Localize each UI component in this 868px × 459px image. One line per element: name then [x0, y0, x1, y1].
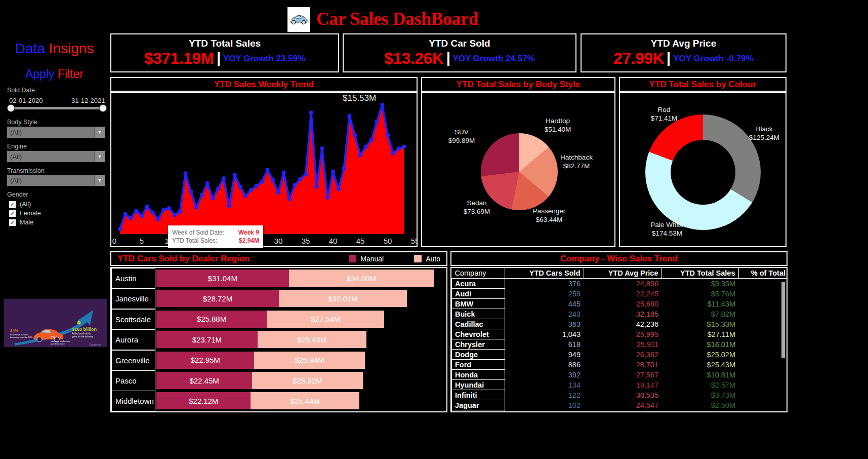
- table-row[interactable]: Hyundai13419,147$2.57M0.69%: [452, 380, 788, 390]
- auto-bar[interactable]: $27.54M: [267, 311, 384, 328]
- table-row[interactable]: Audi25922,245$5.76M1.55%: [452, 289, 788, 299]
- trend-point[interactable]: [194, 205, 198, 209]
- trend-point[interactable]: [227, 204, 231, 208]
- trend-point[interactable]: [315, 184, 319, 188]
- trend-point[interactable]: [358, 153, 362, 157]
- gender-checkbox-female[interactable]: ✓Female: [9, 210, 41, 217]
- table-row[interactable]: Cadillac36342,236$15.33M4.13%: [452, 319, 788, 329]
- trend-point[interactable]: [145, 205, 149, 209]
- manual-bar[interactable]: $23.71M: [156, 331, 258, 348]
- column-header[interactable]: % of Total YTD To..: [738, 268, 788, 279]
- table-row[interactable]: BMW44525,680$11.43M3.08%: [452, 299, 788, 309]
- engine-dropdown[interactable]: (All) ▼: [7, 151, 105, 162]
- trend-point[interactable]: [140, 214, 144, 218]
- table-row[interactable]: Chevrolet1,04325,995$27.11M7.30%: [452, 329, 788, 339]
- date-slider-handle-left[interactable]: [7, 104, 15, 112]
- manual-bar[interactable]: $22.45M: [156, 372, 252, 389]
- trend-point[interactable]: [325, 196, 329, 200]
- trend-point[interactable]: [276, 190, 280, 195]
- bodystyle-pie-chart[interactable]: SUV$99.89M Hardtop$51.40M Hatchback$82.7…: [421, 92, 615, 247]
- company-sales-table[interactable]: CompanyYTD Cars SoldYTD Avg PriceYTD Tot…: [450, 267, 788, 412]
- trend-point[interactable]: [260, 180, 264, 184]
- column-header[interactable]: YTD Cars Sold: [505, 268, 584, 279]
- trend-point[interactable]: [243, 194, 247, 198]
- trend-point[interactable]: [205, 181, 210, 185]
- manual-bar[interactable]: $22.95M: [156, 352, 254, 369]
- trend-point[interactable]: [265, 168, 269, 172]
- dealer-bar-chart[interactable]: Austin$31.04M$34.00MJanesville$28.72M$30…: [110, 267, 447, 412]
- table-row[interactable]: Chrysler61825,911$16.01M4.31%: [452, 339, 788, 350]
- trend-point[interactable]: [309, 110, 313, 114]
- trend-point[interactable]: [151, 210, 155, 214]
- checkbox-icon[interactable]: ✓: [9, 210, 16, 217]
- auto-bar[interactable]: $25.94M: [254, 352, 365, 369]
- trend-point[interactable]: [347, 114, 351, 118]
- table-row[interactable]: Jaguar10224,547$2.50M0.67%: [452, 400, 788, 410]
- trend-area[interactable]: [120, 105, 404, 234]
- body-style-dropdown[interactable]: (All) ▼: [7, 127, 105, 138]
- trend-point[interactable]: [353, 133, 357, 137]
- trend-point[interactable]: [391, 151, 395, 156]
- trend-point[interactable]: [369, 138, 374, 142]
- trend-point[interactable]: [271, 178, 275, 182]
- chevron-down-icon[interactable]: ▼: [94, 151, 105, 162]
- table-row[interactable]: Infiniti12230,535$3.73M1.00%: [452, 390, 788, 400]
- chevron-down-icon[interactable]: ▼: [94, 127, 105, 138]
- transmission-dropdown[interactable]: (All) ▼: [7, 175, 105, 186]
- manual-bar[interactable]: $25.88M: [156, 311, 267, 328]
- trend-point[interactable]: [342, 166, 346, 170]
- trend-point[interactable]: [282, 170, 286, 174]
- trend-point[interactable]: [156, 217, 160, 221]
- trend-point[interactable]: [249, 188, 253, 192]
- trend-point[interactable]: [380, 103, 384, 107]
- trend-point[interactable]: [364, 145, 368, 149]
- column-header[interactable]: YTD Total Sales: [662, 268, 738, 279]
- auto-bar[interactable]: $34.00M: [289, 270, 434, 287]
- table-row[interactable]: Dodge94926,362$25.02M6.74%: [452, 350, 788, 360]
- trend-point[interactable]: [255, 184, 259, 188]
- trend-point[interactable]: [331, 170, 335, 174]
- trend-point[interactable]: [298, 177, 302, 181]
- column-header[interactable]: Company: [452, 268, 505, 279]
- auto-bar[interactable]: $25.92M: [252, 372, 362, 389]
- trend-point[interactable]: [211, 196, 215, 200]
- trend-point[interactable]: [118, 227, 122, 231]
- trend-point[interactable]: [183, 171, 187, 175]
- auto-bar[interactable]: $25.44M: [251, 392, 359, 409]
- trend-point[interactable]: [386, 133, 390, 137]
- trend-point[interactable]: [293, 183, 297, 187]
- chevron-down-icon[interactable]: ▼: [94, 175, 105, 186]
- table-row[interactable]: Honda39227,567$10.81M2.91%: [452, 370, 788, 380]
- trend-chart[interactable]: 0510152025303540455055$15.53M Week of So…: [110, 92, 418, 247]
- trend-point[interactable]: [238, 184, 242, 188]
- checkbox-icon[interactable]: ✓: [9, 201, 16, 208]
- trend-point[interactable]: [375, 120, 379, 124]
- trend-point[interactable]: [200, 193, 204, 197]
- trend-point[interactable]: [129, 216, 133, 220]
- trend-point[interactable]: [233, 173, 237, 177]
- trend-point[interactable]: [397, 146, 401, 150]
- table-row[interactable]: Acura37624,856$9.35M2.52%: [452, 279, 788, 289]
- trend-point[interactable]: [189, 189, 193, 194]
- trend-point[interactable]: [304, 172, 308, 176]
- checkbox-icon[interactable]: ✓: [9, 219, 16, 226]
- trend-point[interactable]: [173, 213, 177, 217]
- trend-point[interactable]: [402, 145, 406, 149]
- table-scrollbar[interactable]: [781, 282, 785, 358]
- table-row[interactable]: Buick24332,185$7.82M2.11%: [452, 309, 788, 319]
- auto-bar[interactable]: $25.49M: [258, 331, 366, 348]
- colour-donut-chart[interactable]: Red$71.41M Black$125.24M Pale White$174.…: [619, 92, 787, 247]
- trend-point[interactable]: [222, 176, 226, 180]
- trend-point[interactable]: [320, 146, 324, 150]
- gender-checkbox-male[interactable]: ✓Male: [9, 219, 33, 226]
- trend-point[interactable]: [178, 210, 182, 214]
- trend-point[interactable]: [287, 197, 292, 201]
- date-slider-handle-right[interactable]: [99, 104, 107, 112]
- column-header[interactable]: YTD Avg Price: [584, 268, 662, 279]
- trend-point[interactable]: [167, 206, 171, 210]
- manual-bar[interactable]: $31.04M: [156, 270, 289, 287]
- trend-point[interactable]: [123, 212, 128, 216]
- trend-point[interactable]: [134, 209, 138, 213]
- table-row[interactable]: Ford88628,701$25.43M6.85%: [452, 360, 788, 370]
- auto-bar[interactable]: $30.01M: [279, 290, 407, 307]
